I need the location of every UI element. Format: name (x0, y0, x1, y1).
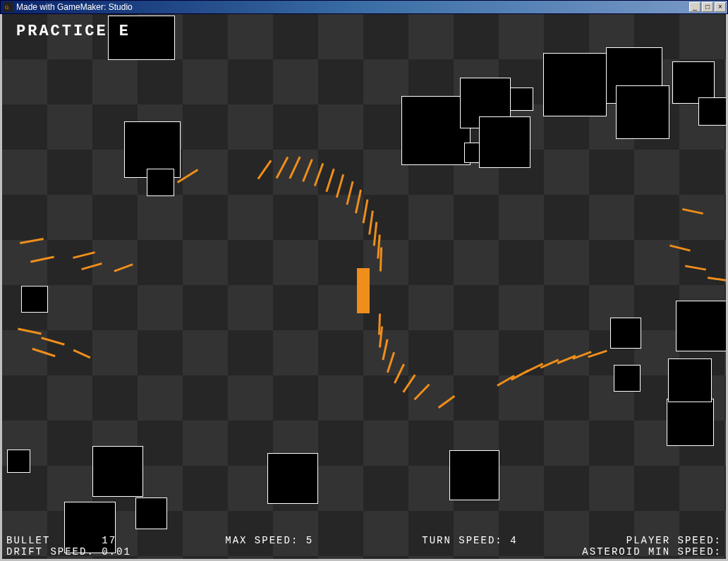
hud-drift-speed: DRIFT SPEED. 0.01 (6, 546, 131, 557)
bullet (373, 222, 378, 246)
asteroid (92, 446, 143, 497)
bullet (380, 247, 382, 271)
bullet (669, 244, 691, 251)
asteroid (21, 286, 48, 313)
bullet (682, 208, 703, 215)
bullet (363, 199, 369, 223)
bullet (402, 374, 415, 393)
bullet (32, 348, 55, 357)
bullet (685, 265, 706, 270)
bullet (325, 169, 334, 192)
bullet (257, 160, 272, 180)
bullet (73, 349, 91, 358)
bullet (387, 352, 395, 373)
hud-max-speed: MAX SPEED: 5 (225, 535, 313, 546)
close-button[interactable]: × (715, 2, 726, 12)
bullet (302, 159, 313, 182)
bullet (336, 174, 344, 198)
asteroid (543, 53, 607, 116)
asteroid (668, 358, 712, 402)
bullet (438, 395, 455, 409)
bullet (73, 251, 95, 259)
hud-turn-speed: TURN SPEED: 4 (422, 535, 517, 546)
asteroid (267, 453, 318, 504)
hud-player-speed: PLAYER SPEED: (626, 535, 722, 546)
asteroid (698, 97, 726, 126)
asteroid (479, 116, 530, 168)
bullet (289, 156, 301, 179)
bullet (276, 157, 289, 179)
asteroid (676, 301, 726, 351)
asteroid (614, 365, 641, 392)
bullet (346, 181, 353, 205)
asteroid (667, 399, 714, 446)
bullet (382, 339, 388, 361)
bullet (394, 363, 405, 383)
bullet (30, 255, 54, 263)
asteroid (147, 169, 174, 196)
bullet (355, 190, 362, 214)
titlebar[interactable]: G Made with GameMaker: Studio _ □ × (0, 0, 728, 14)
asteroid (616, 85, 669, 139)
bullet (414, 384, 430, 401)
app-icon: G (4, 2, 13, 12)
window-title: Made with GameMaker: Studio (16, 2, 133, 12)
asteroid (135, 497, 167, 529)
bullet (18, 327, 42, 334)
bullet (114, 263, 133, 272)
bullet (368, 210, 374, 234)
bullet (314, 163, 324, 186)
play-layer (2, 14, 726, 559)
asteroid (610, 318, 641, 349)
game-viewport[interactable]: PRACTICE E BULLET 17 MAX SPEED: 5 TURN S… (2, 14, 726, 559)
bullet (41, 337, 65, 345)
minimize-button[interactable]: _ (689, 2, 700, 12)
app-window: G Made with GameMaker: Studio _ □ × PRAC… (0, 0, 728, 561)
maximize-button[interactable]: □ (702, 2, 713, 12)
hud-asteroid-min-speed: ASTEROID MIN SPEED: (582, 546, 722, 557)
bullet (20, 238, 44, 244)
hud-bottom: BULLET 17 MAX SPEED: 5 TURN SPEED: 4 PLA… (2, 533, 726, 559)
asteroid (510, 88, 533, 111)
player-ship (357, 268, 370, 313)
svg-text:G: G (5, 5, 8, 10)
bullet (497, 375, 515, 387)
asteroid (7, 450, 30, 473)
hud-bullet: BULLET 17 (6, 535, 116, 546)
bullet (708, 277, 726, 282)
bullet (81, 263, 102, 270)
asteroid (449, 450, 499, 500)
hud-mode-label: PRACTICE E (16, 23, 131, 40)
